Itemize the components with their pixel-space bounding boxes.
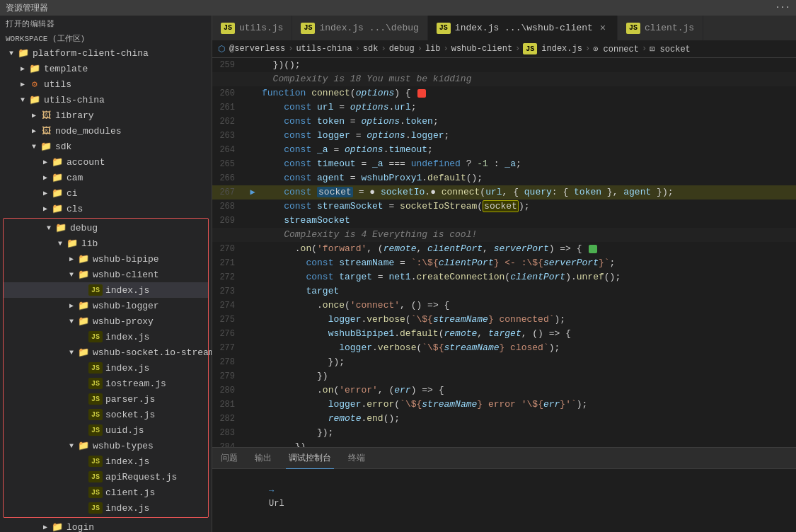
tab-debug-console[interactable]: 调试控制台 — [286, 448, 334, 469]
sidebar-item-wshub-types[interactable]: ▼ 📁 wshub-types — [4, 438, 208, 453]
chevron-right-icon: ▶ — [40, 189, 51, 197]
tab-client-js[interactable]: JS client.js — [618, 16, 703, 40]
chevron-down-icon: ▼ — [43, 224, 54, 232]
title-bar-text: 资源管理器 — [6, 2, 48, 14]
title-bar: 资源管理器 ··· — [0, 0, 796, 16]
code-line-268: 268 const streamSocket = socketIoStream(… — [212, 200, 796, 214]
code-editor[interactable]: 259 })(); Complexity is 18 You must be k… — [212, 58, 796, 447]
folder-img2-icon: 🖼 — [40, 125, 52, 137]
sidebar-item-wshub-logger[interactable]: ▶ 📁 wshub-logger — [4, 298, 208, 313]
sidebar-workspace-label[interactable]: WORKSPACE (工作区) — [0, 32, 212, 45]
sidebar-item-platform-client-china[interactable]: ▼ 📁 platform-client-china — [0, 45, 212, 61]
js-file-icon: JS — [88, 424, 103, 436]
sidebar-item-socket-js[interactable]: JS socket.js — [4, 407, 208, 422]
title-bar-more[interactable]: ··· — [775, 3, 790, 13]
folder-icon: 📁 — [51, 521, 64, 532]
folder-icon: 📁 — [77, 439, 90, 452]
js-badge-icon: JS — [437, 23, 451, 34]
sidebar-item-utils-china[interactable]: ▼ 📁 utils-china — [0, 92, 212, 108]
sidebar-item-cls[interactable]: ▶ 📁 cls — [0, 201, 212, 216]
tab-utils-js[interactable]: JS utils.js — [212, 16, 292, 40]
sidebar-item-debug[interactable]: ▼ 📁 debug — [4, 220, 208, 236]
code-line-282: 282 remote.end(); — [212, 412, 796, 426]
js-badge-icon: JS — [221, 23, 235, 34]
chevron-right-icon: ▶ — [40, 204, 51, 213]
sidebar-item-node-modules[interactable]: ▶ 🖼 node_modules — [0, 123, 212, 139]
code-line-271: 271 const streamName = `:\${clientPort} … — [212, 256, 796, 270]
folder-icon: 📁 — [66, 237, 79, 250]
close-tab-icon[interactable]: × — [597, 23, 608, 34]
tab-output[interactable]: 输出 — [252, 448, 275, 469]
chevron-right-icon: ▶ — [40, 523, 51, 531]
tab-bar: JS utils.js JS index.js ...\debug JS ind… — [212, 16, 796, 40]
code-line-279: 279 }) — [212, 369, 796, 383]
main-layout: 打开的编辑器 WORKSPACE (工作区) ▼ 📁 platform-clie… — [0, 16, 796, 532]
js-file-icon: JS — [88, 378, 103, 389]
tab-index-wshub[interactable]: JS index.js ...\wshub-client × — [428, 16, 618, 40]
sidebar-item-cam[interactable]: ▶ 📁 cam — [0, 170, 212, 185]
sidebar-item-library[interactable]: ▶ 🖼 library — [0, 108, 212, 123]
sidebar-item-utils[interactable]: ▶ ⚙ utils — [0, 76, 212, 92]
code-line-262: 262 const token = options.token; — [212, 115, 796, 129]
code-line-complexity2: Complexity is 4 Everything is cool! — [212, 228, 796, 242]
chevron-down-icon: ▼ — [6, 50, 17, 57]
breadcrumb-icon: ⬡ — [218, 44, 225, 54]
sidebar-item-uuid-js[interactable]: JS uuid.js — [4, 422, 208, 438]
code-line-277: 277 logger.verbose(`\${streamName} close… — [212, 341, 796, 355]
sidebar-item-lib[interactable]: ▼ 📁 lib — [4, 236, 208, 251]
chevron-down-icon: ▼ — [54, 240, 66, 248]
chevron-down-icon: ▼ — [66, 271, 77, 279]
chevron-right-icon: ▶ — [17, 64, 28, 73]
tab-problems[interactable]: 问题 — [218, 448, 241, 469]
bottom-content: → Url 'https://ap-shanghai-whub.tencents… — [212, 469, 796, 532]
code-line-284: 284 }) — [212, 440, 796, 447]
sidebar-item-template[interactable]: ▶ 📁 template — [0, 61, 212, 76]
debug-border-group: ▼ 📁 debug ▼ 📁 lib ▶ 📁 wshub-bipipe — [3, 218, 209, 518]
sidebar-item-index-js-root[interactable]: JS index.js — [4, 500, 208, 516]
folder-icon: 📁 — [54, 221, 67, 234]
sidebar-item-index-js-stream[interactable]: JS index.js — [4, 360, 208, 376]
folder-icon: 📁 — [77, 346, 90, 359]
chevron-right-icon: ▶ — [28, 127, 40, 135]
sidebar-open-editors-label: 打开的编辑器 — [0, 16, 212, 32]
js-file-icon: JS — [88, 362, 103, 374]
sidebar-item-ci[interactable]: ▶ 📁 ci — [0, 185, 212, 201]
sidebar-item-iostream-js[interactable]: JS iostream.js — [4, 376, 208, 391]
folder-icon: 📁 — [51, 187, 64, 200]
sidebar-item-apiRequest-js[interactable]: JS apiRequest.js — [4, 469, 208, 485]
sidebar-item-wshub-bipipe[interactable]: ▶ 📁 wshub-bipipe — [4, 251, 208, 267]
chevron-down-icon: ▼ — [66, 349, 77, 357]
js-file-icon: JS — [88, 456, 103, 467]
folder-icon: 📁 — [51, 171, 64, 184]
sidebar: 打开的编辑器 WORKSPACE (工作区) ▼ 📁 platform-clie… — [0, 16, 212, 532]
bottom-tabs: 问题 输出 调试控制台 终端 — [212, 448, 796, 469]
sidebar-item-index-js-client[interactable]: JS index.js — [4, 282, 208, 298]
folder-icon: 📁 — [77, 315, 90, 328]
sidebar-item-wshub-socket-io-stream[interactable]: ▼ 📁 wshub-socket.io-stream — [4, 345, 208, 360]
code-line-269: 269 streamSocket — [212, 214, 796, 228]
code-line-263: 263 const logger = options.logger; — [212, 129, 796, 143]
chevron-down-icon: ▼ — [66, 318, 77, 325]
sidebar-item-account[interactable]: ▶ 📁 account — [0, 154, 212, 170]
sidebar-item-wshub-proxy[interactable]: ▼ 📁 wshub-proxy — [4, 313, 208, 329]
js-file-icon: JS — [88, 393, 103, 405]
js-file-icon: JS — [88, 471, 103, 482]
sidebar-item-client-js[interactable]: JS client.js — [4, 485, 208, 500]
sidebar-item-index-js-types[interactable]: JS index.js — [4, 453, 208, 469]
tab-terminal[interactable]: 终端 — [345, 448, 368, 469]
chevron-right-icon: ▶ — [40, 158, 51, 166]
code-line-265: 265 const timeout = _a === undefined ? -… — [212, 157, 796, 171]
sidebar-item-wshub-client[interactable]: ▼ 📁 wshub-client — [4, 267, 208, 282]
js-badge-icon: JS — [626, 23, 640, 34]
tab-index-debug[interactable]: JS index.js ...\debug — [292, 16, 427, 40]
js-file-icon: JS — [88, 284, 103, 296]
folder-special2-icon: ⚙ — [28, 78, 41, 91]
sidebar-item-sdk[interactable]: ▼ 📁 sdk — [0, 139, 212, 154]
folder-img-icon: 🖼 — [40, 109, 52, 122]
code-line-276: 276 wshubBipipe1.default(remote, target,… — [212, 327, 796, 341]
chevron-down-icon: ▼ — [66, 442, 77, 450]
chevron-down-icon: ▼ — [17, 96, 28, 104]
sidebar-item-parser-js[interactable]: JS parser.js — [4, 391, 208, 407]
sidebar-item-login[interactable]: ▶ 📁 login — [0, 519, 212, 532]
sidebar-item-index-js-proxy[interactable]: JS index.js — [4, 329, 208, 345]
